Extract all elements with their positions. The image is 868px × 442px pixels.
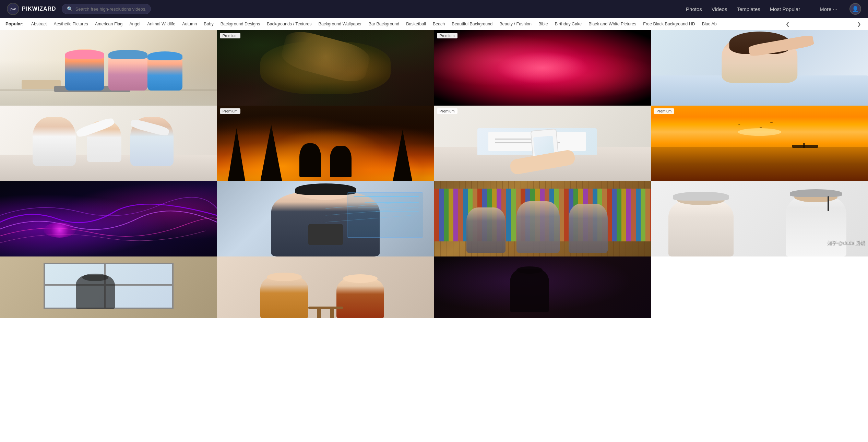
logo-icon: pw: [7, 3, 19, 15]
photo-digital-interface[interactable]: [217, 181, 434, 256]
categories-arrow-left[interactable]: ❮: [784, 21, 791, 27]
photo-people-2[interactable]: [217, 256, 434, 318]
photo-row-3: 知乎·@dada 圆锅: [0, 181, 868, 256]
watermark-text: 知乎·@dada 圆锅: [827, 240, 865, 246]
user-avatar-button[interactable]: 👤: [849, 3, 861, 15]
cat-bar-background[interactable]: Bar Background: [365, 18, 403, 30]
cat-abstract[interactable]: Abstract: [28, 18, 50, 30]
cat-bible[interactable]: Bible: [535, 18, 551, 30]
cat-beautiful-background[interactable]: Beautiful Background: [448, 18, 496, 30]
photo-forest-fire[interactable]: Premium: [217, 106, 434, 181]
cat-free-black-bg[interactable]: Free Black Background HD: [640, 18, 698, 30]
nav-templates[interactable]: Templates: [737, 6, 760, 12]
cat-birthday-cake[interactable]: Birthday Cake: [551, 18, 585, 30]
photo-children-baking[interactable]: [0, 30, 217, 106]
categories-bar: Popular: Abstract Aesthetic Pictures Ame…: [0, 18, 868, 30]
premium-badge-6: Premium: [220, 108, 240, 114]
cat-backgrounds-textures[interactable]: Backgrounds / Textures: [263, 18, 315, 30]
premium-badge-2: Premium: [220, 33, 240, 38]
categories-arrow-right[interactable]: ❯: [856, 21, 863, 27]
photo-sunset-ocean[interactable]: Premium: [651, 106, 868, 181]
svg-line-1: [325, 208, 411, 215]
photo-window[interactable]: [0, 256, 217, 318]
photo-library[interactable]: [434, 181, 651, 256]
photo-row-1: Premium Premium: [0, 30, 868, 106]
cat-black-white[interactable]: Black and White Pictures: [585, 18, 640, 30]
cat-american-flag[interactable]: American Flag: [92, 18, 126, 30]
cat-aesthetic[interactable]: Aesthetic Pictures: [50, 18, 92, 30]
nav-most-popular[interactable]: Most Popular: [770, 6, 800, 12]
cat-autumn[interactable]: Autumn: [179, 18, 200, 30]
photo-pine-cones[interactable]: Premium: [217, 30, 434, 106]
cat-background-designs[interactable]: Background Designs: [217, 18, 263, 30]
user-icon: 👤: [852, 6, 859, 12]
cat-baby[interactable]: Baby: [200, 18, 217, 30]
photo-pillow-fight[interactable]: [0, 106, 217, 181]
header: pw PIKWIZARD 🔍 Photos Videos Templates M…: [0, 0, 868, 18]
search-bar: 🔍: [62, 4, 151, 14]
svg-line-0: [325, 202, 411, 208]
svg-line-2: [325, 215, 411, 222]
nav-divider: [810, 5, 810, 13]
cat-basketball[interactable]: Basketball: [403, 18, 429, 30]
photo-doctor-patient[interactable]: 知乎·@dada 圆锅: [651, 181, 868, 256]
cat-blue-ab[interactable]: Blue Ab: [699, 18, 720, 30]
search-icon: 🔍: [67, 6, 73, 12]
nav-more[interactable]: More ···: [820, 6, 837, 12]
cat-beauty-fashion[interactable]: Beauty / Fashion: [496, 18, 535, 30]
photo-row-4: [0, 256, 868, 318]
main-nav: Photos Videos Templates Most Popular Mor…: [686, 3, 861, 15]
photo-heart[interactable]: Premium: [434, 30, 651, 106]
logo-link[interactable]: pw PIKWIZARD: [7, 3, 56, 15]
logo-text: PIKWIZARD: [22, 6, 56, 12]
cat-animal-wildlife[interactable]: Animal Wildlife: [144, 18, 179, 30]
cat-beach[interactable]: Beach: [429, 18, 448, 30]
search-input[interactable]: [75, 7, 146, 12]
popular-label: Popular:: [5, 21, 24, 26]
cat-background-wallpaper[interactable]: Background Wallpaper: [315, 18, 365, 30]
cat-angel[interactable]: Angel: [126, 18, 144, 30]
photo-dark-scene[interactable]: [434, 256, 651, 318]
photo-neon-waves[interactable]: [0, 181, 217, 256]
nav-photos[interactable]: Photos: [686, 6, 702, 12]
premium-badge-7: Premium: [437, 108, 457, 114]
main-content: Premium Premium: [0, 30, 868, 318]
photo-phone-laptop[interactable]: Premium: [434, 106, 651, 181]
photo-row-2: Premium Premium: [0, 106, 868, 181]
nav-videos[interactable]: Videos: [712, 6, 727, 12]
photo-stressed-woman[interactable]: [651, 30, 868, 106]
premium-badge-3: Premium: [437, 33, 457, 38]
premium-badge-8: Premium: [654, 108, 674, 114]
